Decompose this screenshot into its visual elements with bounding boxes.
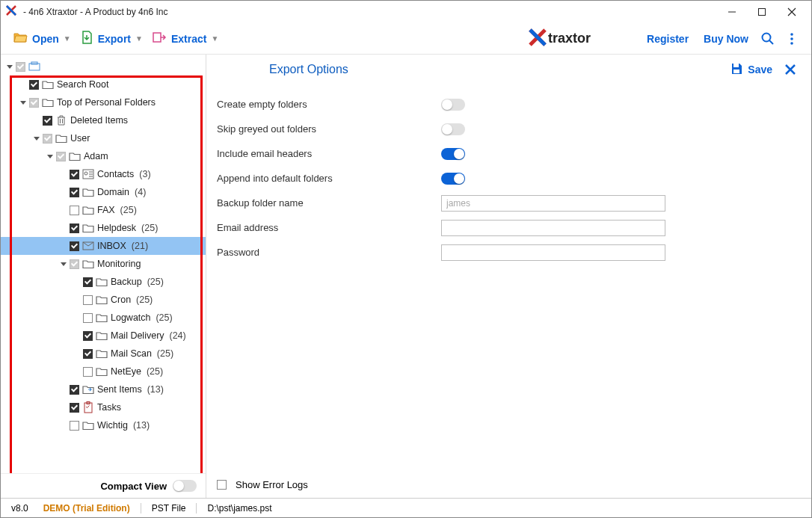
close-panel-button[interactable] — [780, 59, 801, 80]
toggle-include-headers[interactable] — [441, 148, 465, 160]
tree-node[interactable]: Logwatch (25) — [1, 309, 206, 327]
tree-node[interactable]: Deleted Items — [1, 111, 206, 129]
sent-icon — [82, 383, 94, 395]
folder-checkbox[interactable] — [70, 241, 79, 251]
toggle-create-empty[interactable] — [441, 99, 465, 111]
tree-node[interactable] — [1, 58, 206, 75]
toggle-skip-greyed[interactable] — [441, 123, 465, 135]
app-logo-icon — [5, 4, 17, 19]
folder-icon — [96, 366, 108, 377]
folder-checkbox[interactable] — [83, 331, 93, 341]
folder-checkbox[interactable] — [83, 313, 93, 323]
tree-node[interactable]: Top of Personal Folders — [1, 93, 206, 111]
folder-checkbox[interactable] — [83, 367, 93, 377]
expand-arrow-icon[interactable] — [59, 259, 68, 268]
tree-node[interactable]: Cron (25) — [1, 291, 206, 309]
tree-node[interactable]: FAX (25) — [1, 201, 206, 219]
tasks-icon — [82, 401, 94, 413]
export-button[interactable]: Export ▼ — [76, 27, 147, 50]
tree-node[interactable]: Adam — [1, 147, 206, 165]
open-button[interactable]: Open ▼ — [8, 27, 76, 50]
main-toolbar: Open ▼ Export ▼ Extract ▼ traxtor Regist… — [1, 23, 811, 55]
expand-arrow-icon[interactable] — [5, 62, 14, 71]
more-icon[interactable] — [780, 27, 804, 51]
buy-now-link[interactable]: Buy Now — [696, 30, 756, 48]
tree-node[interactable]: Contacts (3) — [1, 165, 206, 183]
folder-label: Mail Scan — [111, 348, 152, 359]
minimize-button[interactable] — [717, 1, 747, 23]
tree-node[interactable]: Tasks — [1, 398, 206, 416]
tree-node[interactable]: Search Root — [1, 75, 206, 93]
option-include-headers: Include email headers — [217, 141, 801, 166]
folder-checkbox[interactable] — [56, 152, 66, 161]
expand-arrow-icon — [59, 421, 68, 430]
expand-arrow-icon[interactable] — [46, 152, 55, 161]
expand-arrow-icon[interactable] — [32, 134, 41, 143]
svg-rect-2 — [153, 33, 161, 42]
folder-checkbox[interactable] — [43, 116, 52, 126]
status-file-type: PST File — [141, 503, 197, 514]
folder-checkbox[interactable] — [70, 188, 79, 197]
tree-node[interactable]: INBOX (21) — [1, 237, 206, 255]
folder-checkbox[interactable] — [83, 295, 93, 305]
folder-checkbox[interactable] — [70, 206, 79, 215]
trash-icon — [55, 114, 67, 126]
expand-arrow-icon — [19, 80, 28, 89]
folder-label: Helpdesk — [97, 223, 136, 233]
folder-checkbox[interactable] — [70, 259, 79, 269]
extract-button[interactable]: Extract ▼ — [147, 28, 223, 49]
tree-node[interactable]: Sent Items (13) — [1, 380, 206, 398]
password-input[interactable] — [441, 244, 665, 261]
folder-checkbox[interactable] — [83, 277, 93, 287]
folder-tree[interactable]: Search RootTop of Personal FoldersDelete… — [1, 55, 206, 473]
folder-checkbox[interactable] — [70, 170, 79, 179]
tree-node[interactable]: Domain (4) — [1, 183, 206, 201]
option-skip-greyed: Skip greyed out folders — [217, 117, 801, 141]
tree-node[interactable]: Backup (25) — [1, 273, 206, 291]
close-window-button[interactable] — [777, 1, 807, 23]
maximize-button[interactable] — [747, 1, 777, 23]
tree-node[interactable]: NetEye (25) — [1, 363, 206, 380]
svg-line-5 — [769, 40, 773, 44]
folder-label: Contacts — [97, 169, 134, 179]
contacts-icon — [82, 168, 94, 180]
folder-label: NetEye — [111, 366, 141, 377]
tree-node[interactable]: Mail Scan (25) — [1, 345, 206, 363]
save-button[interactable]: Save — [730, 62, 772, 78]
folder-checkbox[interactable] — [29, 80, 39, 90]
folder-icon — [69, 150, 81, 162]
folder-checkbox[interactable] — [70, 421, 79, 431]
tree-node[interactable]: Mail Delivery (24) — [1, 327, 206, 345]
folder-label: Search Root — [57, 79, 108, 90]
compact-view-toggle[interactable] — [173, 480, 197, 492]
folder-checkbox[interactable] — [70, 385, 79, 395]
backup-folder-input[interactable] — [441, 195, 665, 212]
folder-label: Logwatch — [111, 312, 151, 323]
expand-arrow-icon — [73, 331, 81, 340]
svg-text:traxtor: traxtor — [548, 31, 591, 46]
search-icon[interactable] — [756, 27, 780, 51]
expand-arrow-icon[interactable] — [19, 98, 28, 107]
folder-checkbox[interactable] — [43, 134, 52, 144]
compact-view-row: Compact View — [1, 473, 206, 498]
panel-header: Export Options Save — [206, 55, 811, 84]
folder-checkbox[interactable] — [29, 98, 39, 108]
tree-node[interactable]: Wichtig (13) — [1, 416, 206, 434]
email-input[interactable] — [441, 220, 665, 236]
tree-node[interactable]: Helpdesk (25) — [1, 219, 206, 237]
chevron-down-icon: ▼ — [211, 34, 218, 43]
folder-icon — [96, 348, 108, 360]
folder-checkbox[interactable] — [70, 223, 79, 233]
show-errors-checkbox[interactable] — [217, 480, 227, 490]
tree-node[interactable]: Monitoring — [1, 255, 206, 273]
toggle-append-default[interactable] — [441, 173, 465, 185]
tree-node[interactable]: User — [1, 129, 206, 147]
folder-checkbox[interactable] — [16, 62, 25, 72]
register-link[interactable]: Register — [639, 30, 696, 48]
folder-icon — [96, 276, 108, 288]
folder-label: Sent Items — [97, 384, 142, 395]
folder-checkbox[interactable] — [83, 349, 93, 359]
folder-checkbox[interactable] — [70, 403, 79, 413]
item-count: (21) — [126, 241, 148, 251]
svg-point-4 — [763, 33, 771, 41]
